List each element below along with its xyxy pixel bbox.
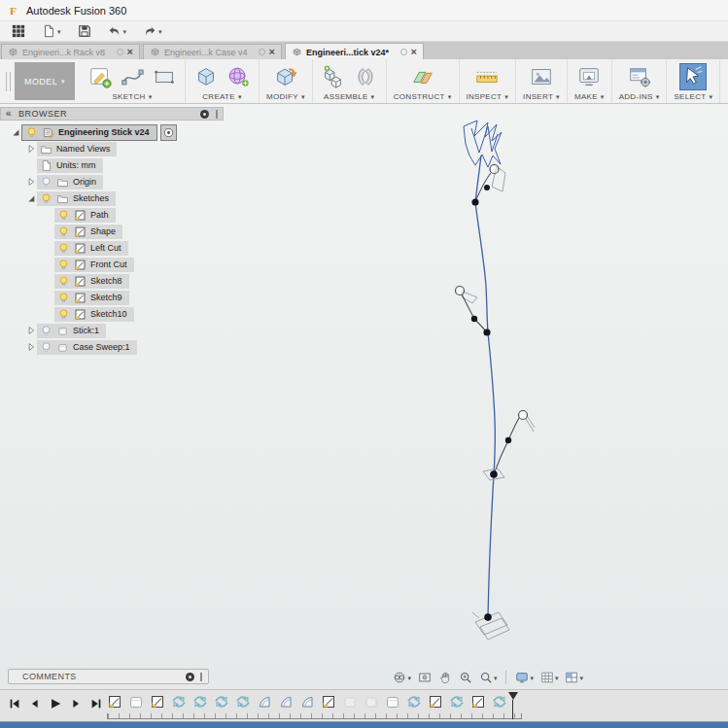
bulb-on-icon[interactable]	[57, 308, 70, 321]
expander-expanded-icon[interactable]	[25, 192, 37, 204]
expander-collapsed-icon[interactable]	[25, 143, 37, 155]
ribbon-group-dropdown[interactable]: INSPECT▾	[467, 92, 509, 101]
close-tab-icon[interactable]: ×	[269, 47, 275, 57]
sketch-pad-tool-button[interactable]	[87, 63, 114, 90]
close-tab-icon[interactable]: ×	[127, 47, 133, 57]
sketch-arm-lower[interactable]	[483, 411, 535, 481]
addins-panel-tool-button[interactable]	[626, 63, 653, 90]
ribbon-group-dropdown[interactable]: MODIFY▾	[266, 92, 305, 101]
browser-row-sketches[interactable]: Sketches	[0, 191, 224, 205]
browser-item[interactable]: Path	[54, 208, 116, 223]
timeline-feature-sweep-15[interactable]	[406, 694, 422, 710]
timeline-feature-sweep-19[interactable]	[492, 694, 507, 710]
skip-end-button[interactable]	[89, 697, 103, 711]
step-forward-button[interactable]	[69, 697, 83, 711]
timeline-feature-sketch-16[interactable]	[428, 694, 443, 710]
inspect-ruler-tool-button[interactable]	[473, 63, 501, 90]
browser-row-sketch8[interactable]: Sketch8	[0, 274, 224, 288]
toolbar-grip[interactable]	[6, 72, 11, 91]
browser-row-left-cut[interactable]: Left Cut	[0, 241, 224, 255]
timeline-feature-box-2[interactable]	[128, 694, 144, 710]
document-tab-3[interactable]: Engineeri...tick v24*×	[285, 43, 424, 60]
look-at-button[interactable]	[415, 670, 434, 685]
ribbon-group-dropdown[interactable]: MAKE▾	[574, 92, 605, 101]
expander-expanded-icon[interactable]	[10, 126, 21, 138]
document-tab-2[interactable]: Engineeri...k Case v4×	[143, 44, 282, 59]
zoom-button[interactable]	[456, 670, 475, 685]
timeline-feature-sketch-1[interactable]	[107, 694, 122, 710]
browser-item[interactable]: Case Sweep:1	[37, 340, 137, 355]
comments-bar[interactable]: COMMENTS	[8, 669, 209, 684]
grid-settings-button[interactable]: ▾	[537, 670, 562, 685]
modify-box-tool-button[interactable]	[272, 63, 299, 90]
close-tab-icon[interactable]: ×	[411, 47, 417, 57]
fit-button[interactable]: ▾	[476, 670, 501, 685]
panel-resize-grip[interactable]	[216, 110, 218, 119]
timeline-feature-sketch-3[interactable]	[150, 694, 165, 710]
timeline-playhead[interactable]	[507, 692, 518, 719]
mesh-sphere-tool-button[interactable]	[225, 63, 252, 90]
bulb-on-icon[interactable]	[57, 225, 70, 238]
browser-row-engineering-stick-v24[interactable]: Engineering Stick v24	[0, 125, 224, 139]
browser-item[interactable]: Shape	[54, 225, 122, 239]
display-settings-button[interactable]: ▾	[512, 670, 537, 685]
construct-planes-tool-button[interactable]	[409, 63, 436, 90]
collapse-panel-icon[interactable]: «	[6, 109, 12, 119]
spline-tool-button[interactable]	[119, 63, 146, 90]
assemble-blocks-tool-button[interactable]	[320, 63, 347, 90]
sketch-zigzag-head[interactable]	[464, 121, 502, 167]
ribbon-group-dropdown[interactable]: SELECT▾	[674, 92, 712, 101]
panel-options-button[interactable]	[200, 110, 209, 119]
canvas-viewport[interactable]: « BROWSER Engineering Stick v24Named Vie…	[0, 104, 728, 689]
browser-item[interactable]: Named Views	[37, 142, 117, 156]
comments-resize-grip[interactable]	[200, 673, 202, 681]
rectangle-tool-button[interactable]	[151, 63, 178, 90]
viewports-button[interactable]: ▾	[562, 670, 586, 685]
bulb-off-icon[interactable]	[40, 176, 52, 189]
browser-item[interactable]: Sketches	[37, 191, 116, 206]
browser-item[interactable]: Sketch8	[54, 274, 129, 289]
browser-item[interactable]: Left Cut	[54, 241, 128, 256]
play-button[interactable]	[49, 697, 62, 711]
bulb-on-icon[interactable]	[57, 275, 70, 288]
activate-component-radio[interactable]	[160, 124, 177, 141]
bulb-on-icon[interactable]	[57, 292, 70, 304]
browser-item[interactable]: Sketch10	[54, 307, 134, 322]
select-cursor-tool-button[interactable]	[679, 63, 707, 90]
browser-item[interactable]: Stick:1	[37, 324, 106, 338]
browser-row-sketch9[interactable]: Sketch9	[0, 291, 224, 304]
ribbon-group-dropdown[interactable]: INSERT▾	[523, 92, 560, 101]
browser-row-origin[interactable]: Origin	[0, 175, 224, 189]
redo-button[interactable]: ▾	[136, 23, 169, 39]
ribbon-group-dropdown[interactable]: ADD-INS▾	[619, 92, 660, 101]
undo-button[interactable]: ▾	[101, 23, 134, 39]
expander-collapsed-icon[interactable]	[25, 176, 37, 188]
browser-row-units-mm[interactable]: Units: mm	[0, 158, 224, 172]
sketch-base[interactable]	[472, 612, 509, 640]
orbit-button[interactable]: ▾	[390, 670, 414, 685]
joint-tool-button[interactable]	[352, 63, 379, 90]
timeline-feature-revolve-8[interactable]	[257, 694, 272, 710]
pan-button[interactable]	[435, 670, 455, 685]
timeline-feature-box-14[interactable]	[385, 694, 400, 710]
bulb-off-icon[interactable]	[40, 325, 52, 337]
skip-start-button[interactable]	[8, 697, 21, 711]
browser-header[interactable]: « BROWSER	[0, 107, 224, 121]
ribbon-group-dropdown[interactable]: ASSEMBLE▾	[324, 92, 374, 101]
browser-row-path[interactable]: Path	[0, 208, 224, 222]
timeline-feature-sweep-4[interactable]	[171, 694, 187, 710]
create-box-tool-button[interactable]	[192, 63, 220, 90]
timeline-feature-sketch-11[interactable]	[321, 694, 336, 710]
step-back-button[interactable]	[28, 697, 42, 711]
ribbon-group-dropdown[interactable]: SKETCH▾	[112, 92, 152, 101]
sketch-main-spline[interactable]	[475, 156, 495, 616]
workspace-switcher-button[interactable]: MODEL▾	[15, 62, 75, 100]
bulb-on-icon[interactable]	[25, 126, 38, 139]
timeline-feature-sketch-18[interactable]	[470, 694, 486, 710]
browser-row-named-views[interactable]: Named Views	[0, 142, 224, 156]
browser-item[interactable]: Origin	[37, 175, 103, 190]
browser-row-stick-1[interactable]: Stick:1	[0, 324, 224, 337]
timeline-feature-ghost-13[interactable]	[364, 694, 379, 710]
browser-item[interactable]: Front Cut	[54, 258, 134, 272]
timeline-feature-revolve-10[interactable]	[299, 694, 315, 710]
